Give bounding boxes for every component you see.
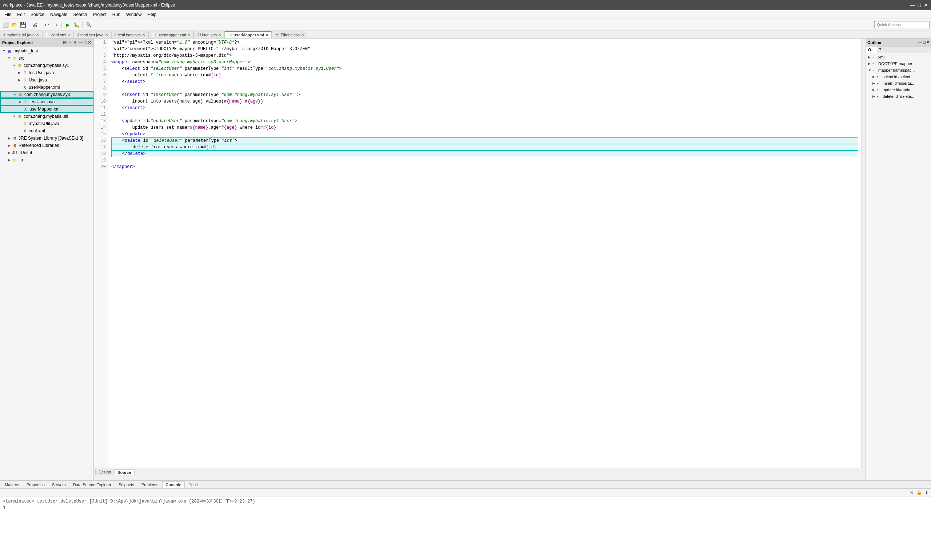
- tab-source[interactable]: Source: [114, 469, 134, 475]
- tab-close-btn[interactable]: ✕: [68, 33, 71, 37]
- bottom-tab-junit[interactable]: JUnit: [185, 482, 201, 488]
- code-editor[interactable]: "val">"pi"><?xml version="1.0" encoding=…: [108, 38, 861, 468]
- outline-arrow-icon[interactable]: ▶: [873, 95, 877, 98]
- console-scroll-end-btn[interactable]: ⬇: [924, 490, 929, 495]
- tree-arrow-icon[interactable]: ▼: [6, 56, 12, 60]
- tree-item-1[interactable]: ▼📁src: [0, 55, 94, 62]
- toolbar-btn-print[interactable]: 🖨: [31, 21, 39, 29]
- tree-item-0[interactable]: ▼▣mybatis_test: [0, 47, 94, 55]
- editor-tab-mybatisUtil[interactable]: JmybatisUtil.java✕: [0, 31, 42, 38]
- outline-item-1[interactable]: ▶▪DOCTYPE:mapper: [866, 60, 930, 67]
- code-line[interactable]: <delete id="deleteUser" parameterType="i…: [111, 137, 858, 144]
- bottom-tab-data-source-explorer[interactable]: Data Source Explorer: [70, 482, 115, 488]
- menu-item-file[interactable]: File: [2, 10, 14, 18]
- outline-item-0[interactable]: ▶▪xml: [866, 54, 930, 60]
- sidebar-maximize-icon[interactable]: □: [84, 40, 86, 45]
- code-line[interactable]: delete from users where id=#{id}: [111, 144, 858, 151]
- tab-close-btn[interactable]: ✕: [36, 33, 39, 37]
- tab-design[interactable]: Design: [95, 469, 114, 475]
- tree-item-7[interactable]: ▶JtestUser.java: [0, 98, 94, 105]
- bottom-tab-console[interactable]: Console: [162, 482, 185, 488]
- link-editor-icon[interactable]: ↔: [68, 40, 72, 45]
- outline-item-2[interactable]: ▼▪mapper namespac...: [866, 67, 930, 74]
- toolbar-btn-open[interactable]: 📂: [10, 21, 18, 29]
- tree-arrow-icon[interactable]: ▶: [17, 78, 22, 82]
- tree-item-15[interactable]: ▶📁lib: [0, 156, 94, 164]
- outline-item-6[interactable]: ▶▪delete id=delete...: [866, 93, 930, 100]
- code-line[interactable]: <select id="selectUser" parameterType="i…: [111, 65, 858, 72]
- editor-vertical-scrollbar[interactable]: [861, 38, 866, 468]
- editor-tab-testUser2[interactable]: JtestUser.java✕: [111, 31, 149, 38]
- tab-close-btn[interactable]: ✕: [265, 33, 268, 37]
- editor-tab-userMapper2[interactable]: 📄userMapper.xml✕: [225, 31, 272, 38]
- toolbar-btn-save[interactable]: 💾: [19, 21, 27, 29]
- outline-arrow-icon[interactable]: ▶: [868, 55, 873, 59]
- tree-arrow-icon[interactable]: ▼: [12, 115, 17, 118]
- sidebar-menu-icon[interactable]: ▼: [73, 40, 77, 45]
- tree-item-4[interactable]: ▶JUser.java: [0, 76, 94, 84]
- code-line[interactable]: [111, 85, 858, 92]
- toolbar-btn-new[interactable]: ⬜: [2, 21, 9, 29]
- bottom-tab-problems[interactable]: Problems: [138, 482, 162, 488]
- tree-arrow-icon[interactable]: ▶: [17, 100, 23, 104]
- code-line[interactable]: [111, 111, 858, 118]
- bottom-tab-properties[interactable]: Properties: [23, 482, 48, 488]
- code-line[interactable]: update users set name=#{name},age=#{age}…: [111, 125, 858, 131]
- code-line[interactable]: "http://mybatis.org/dtd/mybatis-3-mapper…: [111, 52, 858, 59]
- tab-close-btn[interactable]: ✕: [187, 33, 190, 37]
- tree-arrow-icon[interactable]: ▼: [2, 49, 6, 53]
- bottom-tab-servers[interactable]: Servers: [49, 482, 69, 488]
- code-line[interactable]: </insert>: [111, 105, 858, 111]
- code-line[interactable]: <mapper namespace="com.zhang.mybatis.sy3…: [111, 59, 858, 65]
- tree-item-8[interactable]: XuserMapper.xml: [0, 105, 94, 113]
- tab-close-btn[interactable]: ✕: [301, 33, 304, 37]
- editor-tab-User[interactable]: JUser.java✕: [194, 31, 225, 38]
- bottom-tab-snippets[interactable]: Snippets: [115, 482, 137, 488]
- sidebar-minimize-icon[interactable]: —: [78, 40, 83, 45]
- tab-close-btn[interactable]: ✕: [142, 33, 145, 37]
- outline-arrow-icon[interactable]: ▶: [868, 62, 873, 65]
- tree-arrow-icon[interactable]: ▶: [6, 136, 12, 140]
- code-line[interactable]: "val">"pi"><?xml version="1.0" encoding=…: [111, 39, 858, 46]
- sidebar-close-icon[interactable]: ✕: [88, 40, 91, 45]
- tree-arrow-icon[interactable]: ▼: [12, 93, 17, 96]
- tree-item-5[interactable]: XuserMapper.xml: [0, 84, 94, 91]
- outline-arrow-icon[interactable]: ▶: [873, 88, 877, 92]
- tree-arrow-icon[interactable]: ▶: [6, 151, 12, 155]
- code-line[interactable]: </mapper>: [111, 164, 858, 170]
- right-tab-t[interactable]: T...: [877, 46, 886, 53]
- tree-arrow-icon[interactable]: ▶: [6, 158, 12, 162]
- code-line[interactable]: </update>: [111, 131, 858, 137]
- editor-tab-Filter[interactable]: ☕Filter.class✕: [272, 31, 307, 38]
- tree-arrow-icon[interactable]: ▼: [12, 64, 17, 67]
- menu-item-navigate[interactable]: Navigate: [47, 10, 70, 18]
- right-panel-maximize[interactable]: □: [923, 40, 926, 45]
- editor-tab-conf[interactable]: 📄conf.xml✕: [42, 31, 74, 38]
- code-line[interactable]: <update id="updateUser" parameterType="c…: [111, 118, 858, 125]
- collapse-all-icon[interactable]: ⊟: [63, 40, 66, 45]
- menu-item-help[interactable]: Help: [145, 10, 160, 18]
- menu-item-search[interactable]: Search: [70, 10, 90, 18]
- right-panel-minimize[interactable]: —: [918, 40, 922, 45]
- tree-item-3[interactable]: ▶JtestUser.java: [0, 69, 94, 76]
- tree-item-13[interactable]: ▶⚙Referenced Libraries: [0, 142, 94, 149]
- editor-tab-userMapper1[interactable]: 📄userMapper.xml✕: [148, 31, 194, 38]
- right-tab-outline[interactable]: O...: [866, 46, 877, 53]
- code-line[interactable]: </select>: [111, 78, 858, 85]
- tab-close-btn[interactable]: ✕: [105, 33, 108, 37]
- right-panel-close[interactable]: ✕: [926, 40, 929, 45]
- toolbar-btn-undo[interactable]: ↩: [43, 21, 51, 29]
- minimize-button[interactable]: —: [910, 2, 915, 8]
- tree-item-10[interactable]: JmybatisUtil.java: [0, 120, 94, 127]
- outline-arrow-icon[interactable]: ▶: [873, 82, 877, 85]
- quick-access-input[interactable]: [874, 21, 929, 28]
- tree-item-12[interactable]: ▶⚙JRE System Library [JavaSE-1.8]: [0, 135, 94, 142]
- tree-arrow-icon[interactable]: ▶: [17, 71, 22, 75]
- outline-item-4[interactable]: ▶▪insert id=insertu...: [866, 80, 930, 86]
- outline-item-3[interactable]: ▶▪select id=select...: [866, 74, 930, 80]
- toolbar-btn-redo[interactable]: ↪: [52, 21, 60, 29]
- tree-item-9[interactable]: ▼⊞com.zhang.mybatis.util: [0, 113, 94, 120]
- outline-item-5[interactable]: ▶▪update id=upda...: [866, 86, 930, 93]
- code-line[interactable]: insert into users(name,age) values(#{nam…: [111, 98, 858, 105]
- editor-horizontal-scrollbar[interactable]: [94, 475, 866, 480]
